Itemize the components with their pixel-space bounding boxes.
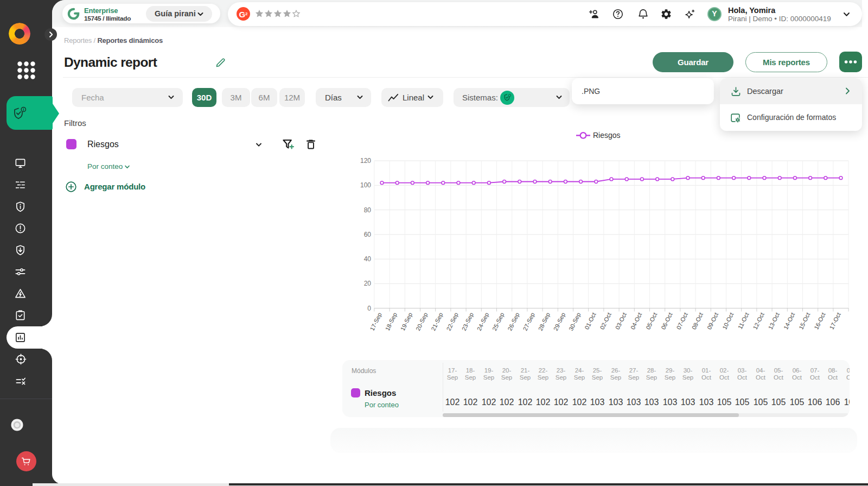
svg-text:30-Sep: 30-Sep [567, 312, 582, 332]
svg-text:07-Oct: 07-Oct [675, 312, 689, 331]
svg-text:27-Sep: 27-Sep [521, 312, 535, 332]
svg-text:21-Sep: 21-Sep [430, 312, 444, 332]
svg-text:120: 120 [360, 157, 371, 165]
svg-text:26-Sep: 26-Sep [506, 312, 520, 332]
svg-text:24-Sep: 24-Sep [476, 312, 490, 332]
svg-text:19-Sep: 19-Sep [399, 312, 413, 332]
svg-text:20-Sep: 20-Sep [414, 312, 429, 332]
svg-text:Riesgos: Riesgos [593, 131, 621, 140]
svg-text:10-Oct: 10-Oct [721, 312, 735, 331]
svg-text:40: 40 [364, 255, 372, 263]
svg-text:0: 0 [367, 305, 371, 312]
svg-text:09-Oct: 09-Oct [706, 312, 719, 331]
svg-text:15-Oct: 15-Oct [797, 312, 811, 331]
svg-text:08-Oct: 08-Oct [691, 312, 704, 331]
svg-text:14-Oct: 14-Oct [782, 312, 796, 331]
svg-text:28-Sep: 28-Sep [537, 312, 551, 332]
svg-text:29-Sep: 29-Sep [552, 312, 566, 332]
svg-text:05-Oct: 05-Oct [644, 312, 658, 331]
svg-text:23-Sep: 23-Sep [461, 312, 475, 332]
svg-text:06-Oct: 06-Oct [660, 312, 673, 331]
svg-text:01-Oct: 01-Oct [583, 312, 597, 331]
svg-text:11-Oct: 11-Oct [737, 312, 750, 330]
svg-text:20: 20 [364, 280, 372, 287]
svg-text:02-Oct: 02-Oct [599, 312, 612, 331]
svg-text:22-Sep: 22-Sep [445, 312, 459, 332]
svg-text:17-Sep: 17-Sep [368, 312, 382, 332]
svg-text:100: 100 [360, 181, 371, 189]
svg-text:25-Sep: 25-Sep [491, 312, 505, 332]
svg-text:12-Oct: 12-Oct [752, 312, 765, 331]
svg-text:04-Oct: 04-Oct [629, 312, 643, 331]
svg-text:60: 60 [364, 231, 372, 238]
svg-text:13-Oct: 13-Oct [767, 312, 781, 331]
svg-text:16-Oct: 16-Oct [813, 312, 826, 331]
svg-text:17-Oct: 17-Oct [828, 312, 842, 331]
svg-text:03-Oct: 03-Oct [614, 312, 628, 331]
svg-text:80: 80 [364, 206, 372, 214]
svg-text:18-Sep: 18-Sep [384, 312, 398, 332]
